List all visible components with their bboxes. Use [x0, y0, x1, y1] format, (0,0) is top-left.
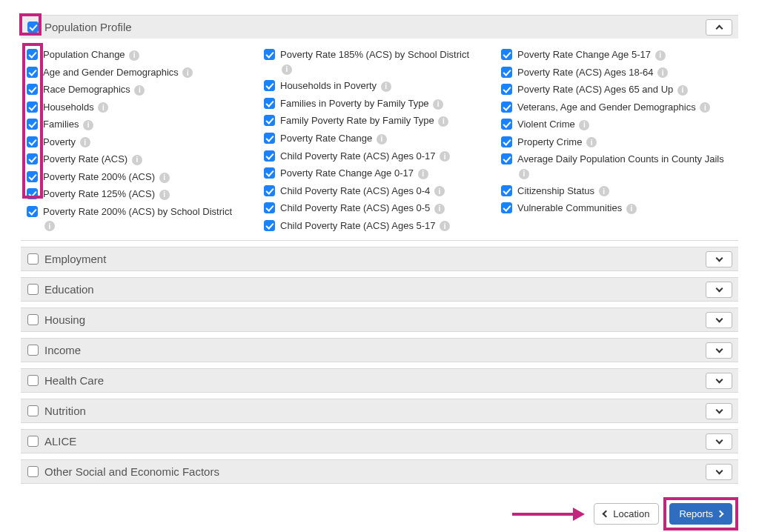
indicator-item: Families i — [27, 116, 258, 133]
expand-button[interactable] — [706, 342, 732, 359]
indicator-checkbox[interactable] — [27, 67, 38, 78]
expand-button[interactable] — [706, 312, 732, 328]
section-header-health-care[interactable]: Health Care — [21, 368, 738, 392]
info-icon[interactable]: i — [626, 204, 637, 214]
indicator-checkbox[interactable] — [501, 185, 512, 196]
info-icon[interactable]: i — [434, 204, 445, 214]
section-header-housing[interactable]: Housing — [21, 307, 738, 331]
info-icon[interactable]: i — [98, 102, 108, 113]
section-header-other-social[interactable]: Other Social and Economic Factors — [21, 459, 738, 483]
section-header-population-profile[interactable]: Population Profile — [21, 15, 738, 39]
indicator-checkbox[interactable] — [264, 49, 275, 60]
section-checkbox-other-social[interactable] — [27, 466, 39, 477]
indicator-checkbox[interactable] — [501, 67, 512, 78]
info-icon[interactable]: i — [519, 169, 529, 179]
info-icon[interactable]: i — [159, 173, 170, 183]
info-icon[interactable]: i — [282, 64, 292, 75]
indicator-checkbox[interactable] — [27, 171, 38, 182]
indicator-checkbox[interactable] — [27, 49, 38, 60]
info-icon[interactable]: i — [182, 67, 193, 78]
info-icon[interactable]: i — [440, 221, 450, 231]
info-icon[interactable]: i — [438, 116, 448, 127]
indicator-item: Average Daily Population Counts in Count… — [501, 150, 732, 182]
section-checkbox-health-care[interactable] — [27, 375, 39, 386]
info-icon[interactable]: i — [129, 50, 139, 61]
indicator-checkbox[interactable] — [501, 102, 512, 113]
chevron-down-icon — [715, 436, 723, 444]
info-icon[interactable]: i — [677, 85, 688, 96]
indicator-checkbox[interactable] — [501, 202, 512, 213]
indicator-item: Vulnerable Communities i — [501, 199, 732, 217]
info-icon[interactable]: i — [159, 190, 170, 200]
info-icon[interactable]: i — [599, 186, 609, 196]
indicator-checkbox[interactable] — [501, 84, 512, 95]
reports-button[interactable]: Reports — [669, 503, 732, 525]
info-icon[interactable]: i — [44, 221, 55, 231]
info-icon[interactable]: i — [434, 186, 445, 196]
section-header-education[interactable]: Education — [21, 277, 738, 301]
section-checkbox-population-profile[interactable] — [27, 21, 39, 33]
info-icon[interactable]: i — [134, 85, 145, 96]
indicator-checkbox[interactable] — [501, 136, 512, 147]
indicator-checkbox[interactable] — [264, 98, 275, 109]
indicator-label: Child Poverty Rate (ACS) Ages 0-4 — [280, 185, 430, 196]
expand-button[interactable] — [706, 282, 732, 298]
section-header-employment[interactable]: Employment — [21, 247, 738, 270]
info-icon[interactable]: i — [586, 137, 597, 147]
expand-button[interactable] — [706, 464, 732, 480]
indicator-checkbox[interactable] — [27, 102, 38, 113]
info-icon[interactable]: i — [579, 120, 589, 130]
indicator-checkbox[interactable] — [264, 220, 275, 231]
info-icon[interactable]: i — [377, 134, 387, 144]
indicator-checkbox[interactable] — [264, 167, 275, 179]
section-checkbox-nutrition[interactable] — [27, 405, 39, 416]
indicator-item: Poverty Rate 125% (ACS) i — [27, 185, 258, 203]
indicator-checkbox[interactable] — [264, 185, 275, 196]
indicator-checkbox[interactable] — [264, 202, 275, 213]
indicator-checkbox[interactable] — [27, 188, 38, 199]
expand-button[interactable] — [706, 433, 732, 450]
indicator-checkbox[interactable] — [27, 136, 38, 147]
indicator-label-wrap: Poverty Rate Change i — [280, 132, 495, 145]
indicator-item: Households i — [27, 99, 258, 116]
section-header-alice[interactable]: ALICE — [21, 429, 738, 453]
indicator-checkbox[interactable] — [264, 133, 275, 144]
section-header-income[interactable]: Income — [21, 338, 738, 362]
info-icon[interactable]: i — [657, 67, 668, 78]
info-icon[interactable]: i — [700, 102, 710, 113]
indicator-label: Poverty Rate 200% (ACS) — [43, 171, 155, 182]
expand-button[interactable] — [706, 373, 732, 389]
collapse-button[interactable] — [706, 19, 732, 36]
section-checkbox-education[interactable] — [27, 284, 39, 295]
section-checkbox-alice[interactable] — [27, 436, 39, 447]
indicator-label-wrap: Poverty Rate Change Age 0-17 i — [280, 167, 495, 180]
expand-button[interactable] — [706, 403, 732, 419]
info-icon[interactable]: i — [440, 151, 450, 162]
indicator-item: Poverty i — [27, 133, 258, 151]
indicator-item: Violent Crime i — [501, 116, 732, 133]
expand-button[interactable] — [706, 251, 732, 267]
info-icon[interactable]: i — [80, 137, 90, 147]
section-checkbox-employment[interactable] — [27, 253, 39, 265]
info-icon[interactable]: i — [433, 99, 443, 110]
info-icon[interactable]: i — [381, 82, 391, 92]
location-button[interactable]: Location — [594, 503, 659, 525]
info-icon[interactable]: i — [83, 120, 93, 130]
info-icon[interactable]: i — [655, 50, 666, 61]
info-icon[interactable]: i — [418, 169, 428, 179]
indicator-checkbox[interactable] — [264, 115, 275, 126]
indicator-checkbox[interactable] — [264, 80, 275, 91]
info-icon[interactable]: i — [132, 155, 142, 165]
section-header-nutrition[interactable]: Nutrition — [21, 399, 738, 422]
indicator-checkbox[interactable] — [264, 150, 275, 162]
indicator-checkbox[interactable] — [501, 49, 512, 60]
section-checkbox-housing[interactable] — [27, 314, 39, 325]
indicator-checkbox[interactable] — [27, 119, 38, 130]
indicator-checkbox[interactable] — [501, 153, 512, 164]
indicator-checkbox[interactable] — [27, 206, 38, 217]
indicator-item: Child Poverty Rate (ACS) Ages 5-17 i — [264, 217, 495, 235]
section-checkbox-income[interactable] — [27, 345, 39, 356]
indicator-checkbox[interactable] — [501, 119, 512, 130]
indicator-checkbox[interactable] — [27, 84, 38, 95]
indicator-checkbox[interactable] — [27, 153, 38, 164]
